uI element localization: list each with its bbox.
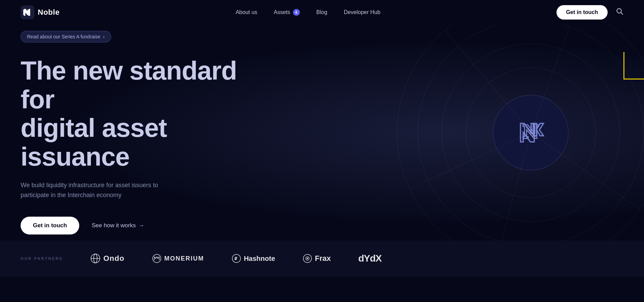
nav-developer-hub[interactable]: Developer Hub bbox=[344, 9, 380, 15]
nav-blog[interactable]: Blog bbox=[316, 9, 327, 15]
hashnote-icon: # bbox=[232, 254, 241, 263]
frax-icon bbox=[303, 254, 312, 263]
svg-point-7 bbox=[153, 254, 161, 263]
series-a-badge[interactable]: Read about our Series A fundraise › bbox=[21, 31, 111, 43]
logo-text: Noble bbox=[38, 8, 60, 17]
hero-section: ℕ Read about our Series A fundraise › Th… bbox=[0, 25, 644, 241]
partners-logos: Ondo MONERIUM # Hashnote Frax bbox=[90, 253, 623, 264]
yellow-accent-decoration bbox=[623, 52, 644, 80]
svg-point-12 bbox=[307, 258, 308, 259]
partners-bar: OUR PARTNERS Ondo MONERIUM # Ha bbox=[0, 241, 644, 276]
partner-monerium[interactable]: MONERIUM bbox=[152, 254, 204, 263]
partner-dydx[interactable]: dYdX bbox=[358, 253, 382, 264]
link-arrow-icon: → bbox=[139, 222, 144, 229]
assets-badge: 6 bbox=[293, 9, 300, 16]
hero-get-in-touch-button[interactable]: Get in touch bbox=[21, 217, 79, 234]
badge-arrow-icon: › bbox=[103, 34, 105, 39]
nav-right: Get in touch bbox=[557, 5, 623, 20]
nav-links: About us Assets 6 Blog Developer Hub bbox=[236, 9, 380, 16]
logo-icon bbox=[21, 5, 34, 19]
nav-assets[interactable]: Assets 6 bbox=[274, 9, 300, 16]
ondo-icon bbox=[90, 253, 101, 264]
partner-frax[interactable]: Frax bbox=[303, 254, 331, 263]
hero-actions: Get in touch See how it works → bbox=[21, 217, 274, 234]
partner-hashnote[interactable]: # Hashnote bbox=[232, 254, 275, 263]
hero-content: Read about our Series A fundraise › The … bbox=[0, 31, 295, 234]
monerium-icon bbox=[152, 254, 162, 263]
svg-text:#: # bbox=[234, 256, 237, 261]
partner-ondo[interactable]: Ondo bbox=[90, 253, 124, 264]
hero-subtitle: We build liquidity infrastructure for as… bbox=[21, 180, 185, 200]
hero-title: The new standard for digital asset issua… bbox=[21, 56, 274, 171]
partners-label: OUR PARTNERS bbox=[21, 256, 63, 261]
decorative-circles: ℕ bbox=[397, 25, 644, 241]
search-icon[interactable] bbox=[616, 8, 623, 17]
hero-see-how-link[interactable]: See how it works → bbox=[92, 222, 144, 229]
navbar: Noble About us Assets 6 Blog Developer H… bbox=[0, 0, 644, 25]
nav-get-in-touch-button[interactable]: Get in touch bbox=[557, 5, 608, 20]
logo[interactable]: Noble bbox=[21, 5, 60, 19]
svg-line-2 bbox=[621, 13, 623, 15]
nav-about-us[interactable]: About us bbox=[236, 9, 257, 15]
